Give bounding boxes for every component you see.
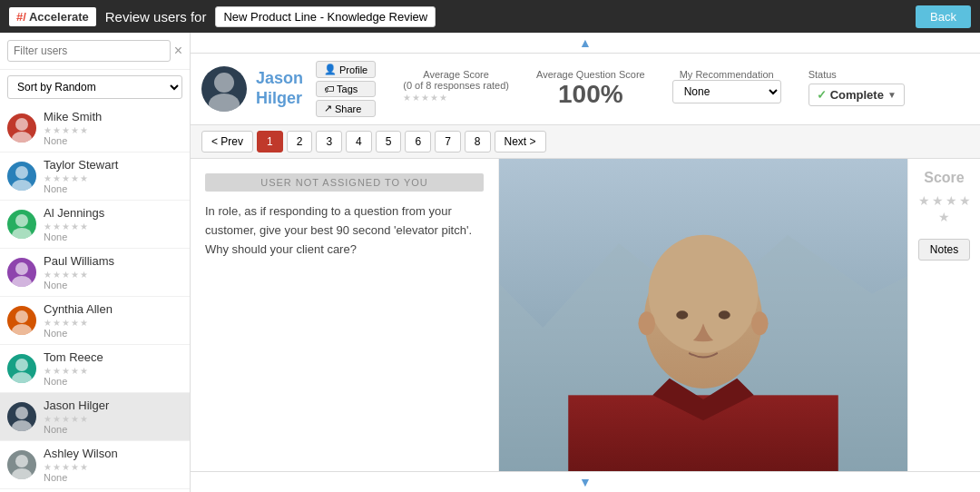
user-item-taylor[interactable]: Taylor Stewart ★★★★★ None [0, 153, 190, 201]
user-header: Jason Hilger 👤 Profile 🏷 Tags ↗ Share [191, 54, 980, 125]
header-name-block: Jason Hilger [256, 69, 303, 108]
svg-point-12 [15, 407, 28, 419]
svg-point-0 [15, 118, 28, 131]
svg-point-31 [751, 311, 769, 335]
user-name-taylor: Taylor Stewart [44, 158, 182, 172]
tags-icon: 🏷 [324, 84, 334, 94]
complete-button[interactable]: ✓ Complete ▼ [808, 84, 905, 106]
question-panel: USER NOT ASSIGNED TO YOU In role, as if … [191, 159, 499, 471]
svg-point-2 [15, 166, 28, 179]
recommendation-block: My Recommendation None [672, 69, 781, 103]
user-name-mike: Mike Smith [44, 110, 182, 123]
sidebar: × Sort by Random Mike Smith ★★★★★ None [0, 33, 191, 492]
svg-point-28 [676, 310, 688, 319]
filter-bar: × [0, 33, 190, 70]
next-button[interactable]: Next > [495, 131, 546, 153]
svg-point-7 [12, 276, 32, 287]
back-button[interactable]: Back [916, 5, 971, 28]
avatar-taylor [7, 162, 36, 191]
top-bar: #/ Accelerate Review users for New Produ… [0, 0, 980, 33]
svg-point-3 [12, 180, 32, 191]
question-text: In role, as if responding to a question … [205, 202, 484, 259]
profile-button[interactable]: 👤 Profile [316, 61, 376, 78]
pagination-bar: < Prev 1 2 3 4 5 6 7 8 Next > [191, 125, 980, 159]
page-8-button[interactable]: 8 [465, 131, 491, 153]
complete-label: Complete [830, 88, 884, 102]
user-item-tom[interactable]: Tom Reece ★★★★★ None [0, 345, 190, 393]
avatar-cynthia [7, 306, 36, 335]
video-placeholder [499, 159, 907, 471]
status-block: Status ✓ Complete ▼ [808, 69, 905, 106]
page-1-button[interactable]: 1 [257, 131, 283, 153]
avatar-tom [7, 354, 36, 383]
user-item-mike[interactable]: Mike Smith ★★★★★ None [0, 104, 190, 153]
scroll-up-arrow[interactable]: ▲ [191, 33, 980, 54]
avg-question-score-block: Average Question Score 100% [536, 69, 645, 109]
user-item-ashley[interactable]: Ashley Wilson ★★★★★ None [0, 441, 190, 489]
checkmark-icon: ✓ [817, 88, 827, 102]
svg-point-13 [12, 420, 32, 431]
svg-point-29 [719, 310, 730, 319]
user-list: Mike Smith ★★★★★ None Taylor Stewart ★★★… [0, 104, 190, 492]
share-icon: ↗ [324, 103, 332, 114]
sort-select[interactable]: Sort by Random [7, 75, 182, 99]
svg-point-18 [214, 73, 234, 93]
svg-point-10 [15, 359, 28, 371]
filter-input[interactable] [7, 40, 171, 62]
avg-question-value: 100% [536, 80, 645, 109]
prev-button[interactable]: < Prev [201, 131, 253, 153]
header-action-buttons: 👤 Profile 🏷 Tags ↗ Share [316, 61, 376, 117]
chevron-down-icon: ▼ [887, 90, 897, 100]
page-3-button[interactable]: 3 [316, 131, 342, 153]
svg-point-30 [638, 311, 655, 335]
svg-point-8 [15, 310, 28, 323]
avatar-al [7, 210, 36, 239]
svg-point-4 [15, 214, 28, 227]
logo: #/ Accelerate [9, 7, 96, 26]
recommendation-select[interactable]: None [672, 80, 781, 103]
scroll-down-arrow[interactable]: ▼ [191, 471, 980, 492]
clear-filter-button[interactable]: × [174, 43, 182, 59]
avg-score-block: Average Score (0 of 8 responses rated) ★… [403, 69, 509, 103]
profile-icon: 👤 [324, 64, 337, 75]
score-panel: Score ★ ★ ★ ★ ★ Notes [907, 159, 980, 471]
avatar-paul [7, 258, 36, 287]
page-2-button[interactable]: 2 [287, 131, 313, 153]
user-item-cynthia[interactable]: Cynthia Allen ★★★★★ None [0, 297, 190, 345]
score-section: Average Score (0 of 8 responses rated) ★… [403, 69, 905, 109]
score-title: Score [924, 170, 964, 186]
user-item-jason[interactable]: Jason Hilger ★★★★★ None [0, 393, 190, 441]
share-button[interactable]: ↗ Share [316, 100, 376, 117]
user-score-mike: None [44, 135, 182, 146]
header-last-name: Hilger [256, 89, 303, 109]
user-item-paul[interactable]: Paul Williams ★★★★★ None [0, 249, 190, 297]
content-area: ▲ Jason Hilger 👤 Profile 🏷 Tags [191, 33, 980, 492]
svg-point-6 [15, 262, 28, 275]
main-layout: × Sort by Random Mike Smith ★★★★★ None [0, 33, 980, 492]
review-label: Review users for [105, 9, 207, 25]
svg-point-9 [12, 324, 32, 335]
video-container[interactable] [499, 159, 907, 471]
page-6-button[interactable]: 6 [405, 131, 431, 153]
notes-button[interactable]: Notes [918, 239, 970, 261]
video-section: USER NOT ASSIGNED TO YOU In role, as if … [191, 159, 980, 471]
user-stars-mike: ★★★★★ [44, 125, 182, 135]
not-assigned-banner: USER NOT ASSIGNED TO YOU [205, 173, 484, 192]
review-dropdown[interactable]: New Product Line - Knowledge Review [215, 6, 436, 27]
header-avatar [201, 66, 247, 112]
avatar-ashley [7, 450, 36, 479]
tags-button[interactable]: 🏷 Tags [316, 81, 376, 97]
svg-point-15 [12, 468, 32, 479]
response-score-stars: ★ ★ ★ ★ ★ [916, 193, 973, 224]
svg-point-11 [12, 372, 32, 383]
avg-score-stars: ★★★★★ [403, 93, 509, 103]
page-5-button[interactable]: 5 [376, 131, 402, 153]
avatar-mike [7, 113, 36, 143]
page-7-button[interactable]: 7 [435, 131, 461, 153]
page-4-button[interactable]: 4 [346, 131, 372, 153]
svg-point-19 [209, 93, 240, 112]
header-first-name: Jason [256, 69, 303, 89]
svg-point-14 [15, 455, 28, 467]
user-item-al[interactable]: Al Jennings ★★★★★ None [0, 201, 190, 249]
svg-point-5 [12, 228, 32, 239]
